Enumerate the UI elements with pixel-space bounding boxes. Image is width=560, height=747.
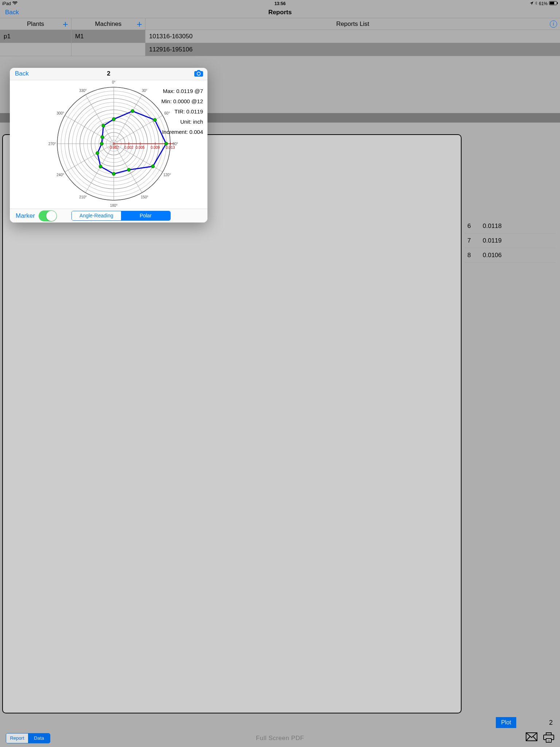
svg-point-46 (101, 135, 104, 139)
status-bar: iPad 13:56 61% (0, 0, 350, 7)
modal-footer: Marker Angle-Reading Polar (10, 209, 207, 222)
plants-header: Plants + (0, 18, 71, 30)
angle-tick-label: 210° (79, 195, 87, 199)
angle-tick-label: 330° (79, 88, 87, 92)
angle-tick-label: 120° (163, 173, 171, 177)
report-name: 112916-195106 (149, 46, 192, 53)
machines-header: Machines + (71, 18, 145, 30)
svg-line-33 (86, 144, 114, 193)
modal-title: 2 (10, 70, 207, 77)
angle-tick-label: 300° (57, 111, 64, 115)
plant-name: p1 (4, 33, 11, 40)
view-mode-segment[interactable]: Angle-Reading Polar (71, 211, 171, 221)
machine-row[interactable]: M1 › (71, 30, 145, 43)
plot-modal: Back 2 0°30°60°90°120°150°180°210°240°27… (10, 68, 207, 222)
svg-point-53 (164, 142, 168, 146)
machine-name: M1 (75, 33, 84, 40)
radial-tick-label: 0.005 (136, 146, 145, 150)
angle-tick-label: 150° (141, 195, 148, 199)
svg-point-44 (112, 117, 116, 121)
radial-tick-label: -0.002 (109, 146, 119, 150)
angle-tick-label: 240° (57, 173, 64, 177)
stat-max: Max: 0.0119 @7 (162, 86, 203, 96)
angle-tick-label: 0° (112, 80, 116, 84)
plants-label: Plants (27, 20, 44, 28)
svg-line-36 (65, 116, 114, 144)
radial-tick-label: 0.009 (151, 146, 160, 150)
reports-header: Reports List i (145, 18, 350, 30)
segment-angle-reading[interactable]: Angle-Reading (72, 211, 121, 220)
svg-point-49 (99, 165, 102, 168)
svg-point-51 (127, 168, 131, 171)
svg-line-34 (65, 144, 114, 172)
radial-tick-label: 0.013 (166, 146, 175, 150)
page-title: Reports (0, 9, 350, 16)
svg-point-50 (112, 172, 116, 175)
stat-tir: TIR: 0.0119 (162, 107, 203, 117)
report-name: 101316-163050 (149, 33, 192, 40)
angle-tick-label: 270° (48, 142, 56, 146)
camera-icon[interactable] (194, 70, 203, 78)
svg-point-52 (151, 165, 155, 168)
svg-line-27 (114, 95, 142, 144)
svg-line-37 (86, 95, 114, 144)
reports-label: Reports List (336, 20, 350, 28)
marker-toggle[interactable] (39, 210, 57, 221)
segment-polar[interactable]: Polar (121, 211, 170, 220)
polar-chart (52, 82, 176, 207)
nav-bar: Back Reports (0, 7, 350, 18)
modal-header: Back 2 (10, 68, 207, 80)
clock: 13:56 (0, 1, 350, 6)
stat-min: Min: 0.0000 @12 (162, 96, 203, 107)
angle-tick-label: 180° (110, 204, 118, 208)
svg-point-45 (102, 124, 105, 127)
svg-point-54 (153, 118, 156, 121)
report-row[interactable]: 112916-195106 (145, 43, 350, 56)
angle-tick-label: 30° (142, 88, 147, 92)
add-machine-icon[interactable]: + (137, 20, 142, 28)
chevron-right-icon: › (66, 34, 68, 39)
marker-label: Marker (16, 212, 35, 220)
svg-point-47 (100, 142, 103, 146)
stat-unit: Unit: inch (162, 117, 203, 127)
svg-point-55 (131, 109, 134, 113)
chart-stats: Max: 0.0119 @7 Min: 0.0000 @12 TIR: 0.01… (162, 86, 203, 137)
stat-inc: Increment: 0.004 (162, 127, 203, 137)
plant-row[interactable]: p1 › (0, 30, 71, 43)
radial-tick-label: 0.002 (124, 146, 133, 150)
add-plant-icon[interactable]: + (63, 20, 68, 28)
svg-point-48 (96, 151, 99, 155)
chevron-right-icon: › (140, 34, 142, 39)
machines-label: Machines (95, 20, 122, 28)
report-row[interactable]: 101316-163050 (145, 30, 350, 43)
